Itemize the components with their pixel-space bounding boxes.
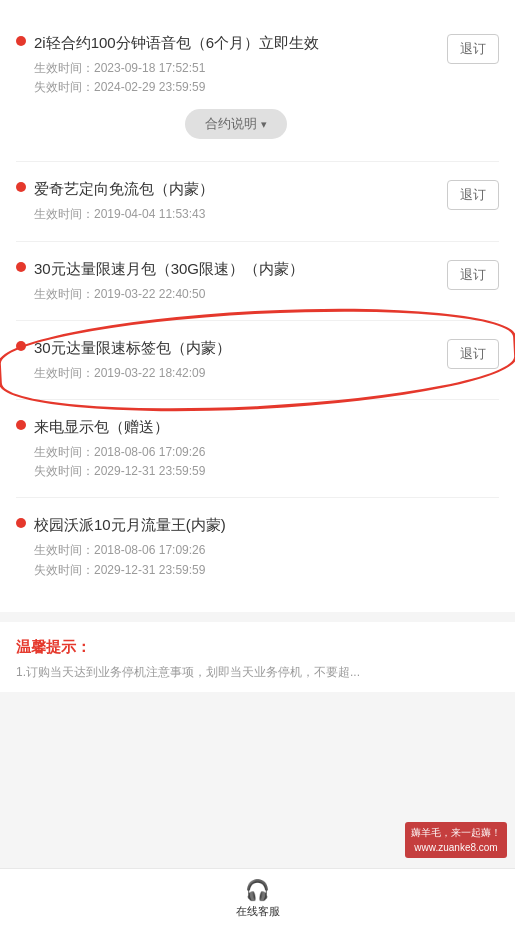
unsubscribe-button[interactable]: 退订 <box>447 339 499 369</box>
page: 2i轻合约100分钟语音包（6个月）立即生效 生效时间：2023-09-18 1… <box>0 0 515 928</box>
item-left: 2i轻合约100分钟语音包（6个月）立即生效 生效时间：2023-09-18 1… <box>16 32 437 145</box>
status-dot <box>16 341 26 351</box>
list-item: 来电显示包（赠送） 生效时间：2018-08-06 17:09:26 失效时间：… <box>16 400 499 498</box>
item-content: 30元达量限速月包（30G限速）（内蒙） 生效时间：2019-03-22 22:… <box>34 258 437 304</box>
item-content: 30元达量限速标签包（内蒙） 生效时间：2019-03-22 18:42:09 <box>34 337 437 383</box>
list-item: 校园沃派10元月流量王(内蒙) 生效时间：2018-08-06 17:09:26… <box>16 498 499 595</box>
list-item: 2i轻合约100分钟语音包（6个月）立即生效 生效时间：2023-09-18 1… <box>16 16 499 162</box>
contract-row: 合约说明 ▾ <box>34 101 437 143</box>
item-title: 2i轻合约100分钟语音包（6个月）立即生效 <box>34 32 437 53</box>
item-start-time: 生效时间：2018-08-06 17:09:26 <box>34 443 499 462</box>
item-title: 30元达量限速月包（30G限速）（内蒙） <box>34 258 437 279</box>
item-end-time: 失效时间：2024-02-29 23:59:59 <box>34 78 437 97</box>
list-item: 爱奇艺定向免流包（内蒙） 生效时间：2019-04-04 11:53:43 退订 <box>16 162 499 241</box>
bottom-bar-label: 在线客服 <box>236 904 280 919</box>
item-start-time: 生效时间：2018-08-06 17:09:26 <box>34 541 499 560</box>
item-end-time: 失效时间：2029-12-31 23:59:59 <box>34 561 499 580</box>
item-start-time: 生效时间：2019-03-22 22:40:50 <box>34 285 437 304</box>
warm-tip-text: 1.订购当天达到业务停机注意事项，划即当天业务停机，不要超... <box>16 663 499 682</box>
item-left: 30元达量限速标签包（内蒙） 生效时间：2019-03-22 18:42:09 <box>16 337 437 383</box>
item-title: 来电显示包（赠送） <box>34 416 499 437</box>
unsubscribe-button[interactable]: 退订 <box>447 34 499 64</box>
chevron-down-icon: ▾ <box>261 118 267 131</box>
status-dot <box>16 182 26 192</box>
item-left: 校园沃派10元月流量王(内蒙) 生效时间：2018-08-06 17:09:26… <box>16 514 499 579</box>
status-dot <box>16 518 26 528</box>
warm-tip-title: 温馨提示： <box>16 638 499 657</box>
status-dot <box>16 420 26 430</box>
item-start-time: 生效时间：2019-04-04 11:53:43 <box>34 205 437 224</box>
item-title: 校园沃派10元月流量王(内蒙) <box>34 514 499 535</box>
item-left: 来电显示包（赠送） 生效时间：2018-08-06 17:09:26 失效时间：… <box>16 416 499 481</box>
item-start-time: 生效时间：2023-09-18 17:52:51 <box>34 59 437 78</box>
list-item-highlighted: 30元达量限速标签包（内蒙） 生效时间：2019-03-22 18:42:09 … <box>16 321 499 400</box>
watermark: 薅羊毛，来一起薅！ www.zuanke8.com <box>405 822 507 858</box>
item-left: 爱奇艺定向免流包（内蒙） 生效时间：2019-04-04 11:53:43 <box>16 178 437 224</box>
item-content: 2i轻合约100分钟语音包（6个月）立即生效 生效时间：2023-09-18 1… <box>34 32 437 145</box>
item-end-time: 失效时间：2029-12-31 23:59:59 <box>34 462 499 481</box>
contract-button[interactable]: 合约说明 ▾ <box>185 109 287 139</box>
item-content: 爱奇艺定向免流包（内蒙） 生效时间：2019-04-04 11:53:43 <box>34 178 437 224</box>
status-dot <box>16 262 26 272</box>
item-left: 30元达量限速月包（30G限速）（内蒙） 生效时间：2019-03-22 22:… <box>16 258 437 304</box>
list-item: 30元达量限速月包（30G限速）（内蒙） 生效时间：2019-03-22 22:… <box>16 242 499 321</box>
unsubscribe-button[interactable]: 退订 <box>447 260 499 290</box>
items-card: 2i轻合约100分钟语音包（6个月）立即生效 生效时间：2023-09-18 1… <box>0 0 515 612</box>
item-content: 来电显示包（赠送） 生效时间：2018-08-06 17:09:26 失效时间：… <box>34 416 499 481</box>
bottom-bar[interactable]: 🎧 在线客服 <box>0 868 515 928</box>
item-title: 爱奇艺定向免流包（内蒙） <box>34 178 437 199</box>
item-content: 校园沃派10元月流量王(内蒙) 生效时间：2018-08-06 17:09:26… <box>34 514 499 579</box>
item-start-time: 生效时间：2019-03-22 18:42:09 <box>34 364 437 383</box>
status-dot <box>16 36 26 46</box>
unsubscribe-button[interactable]: 退订 <box>447 180 499 210</box>
warm-tip-section: 温馨提示： 1.订购当天达到业务停机注意事项，划即当天业务停机，不要超... <box>0 622 515 692</box>
item-title: 30元达量限速标签包（内蒙） <box>34 337 437 358</box>
headset-icon: 🎧 <box>245 878 270 902</box>
